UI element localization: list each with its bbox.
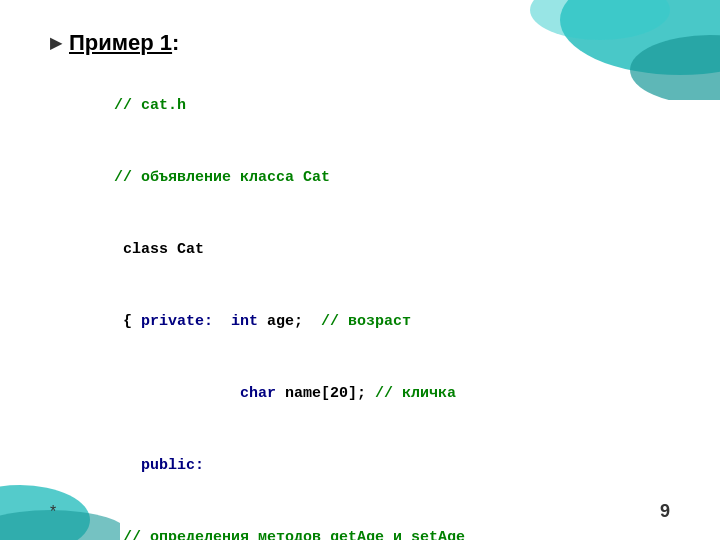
slide-content: ▸ Пример 1: // cat.h // объявление класс… (0, 0, 720, 540)
code-line-5: char name[20]; // кличка (60, 358, 670, 430)
title-label: Пример 1: (69, 30, 179, 56)
footer-star: * (50, 503, 56, 521)
code-line-2: // объявление класса Cat (60, 142, 670, 214)
title-underlined: Пример 1 (69, 30, 172, 55)
slide-footer: * 9 (50, 501, 670, 522)
code-line-1: // cat.h (60, 70, 670, 142)
code-line-4: { private: int age; // возраст (60, 286, 670, 358)
code-block: // cat.h // объявление класса Cat class … (60, 70, 670, 540)
bullet-icon: ▸ (50, 30, 61, 56)
code-line-6: public: (60, 430, 670, 502)
slide-title: ▸ Пример 1: (50, 30, 670, 56)
page-number: 9 (660, 501, 670, 522)
code-line-3: class Cat (60, 214, 670, 286)
